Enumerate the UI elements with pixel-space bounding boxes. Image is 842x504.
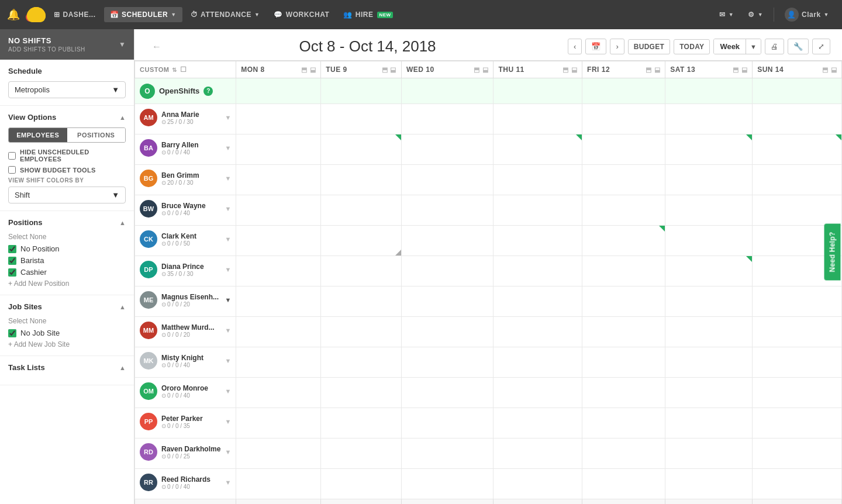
nav-hire[interactable]: 👥 HIRE NEW (337, 7, 398, 22)
misty-knight-sun[interactable] (753, 347, 842, 378)
open-shifts-wed[interactable] (401, 78, 493, 104)
anna-marie-mon[interactable] (236, 104, 321, 134)
peter-parker-tue[interactable] (321, 408, 402, 439)
open-shifts-thu[interactable] (494, 78, 582, 104)
clark-kent-wed[interactable] (401, 226, 493, 256)
misty-knight-expand-icon[interactable]: ▼ (225, 357, 231, 364)
nav-messages[interactable]: ✉ ▼ (713, 7, 740, 22)
clark-kent-thu[interactable] (494, 226, 582, 256)
ororo-monroe-mon[interactable] (236, 378, 321, 408)
magnus-wed[interactable] (401, 286, 493, 317)
add-job-site-link[interactable]: + Add New Job Site (8, 340, 126, 348)
open-shifts-sat[interactable] (665, 78, 753, 104)
peter-parker-fri[interactable] (582, 408, 665, 439)
add-position-link[interactable]: + Add New Position (8, 279, 126, 288)
tools-btn[interactable]: 🔧 (788, 39, 809, 54)
publish-banner[interactable]: NO SHIFTS ADD SHIFTS TO PUBLISH ▼ (0, 29, 134, 60)
nav-attendance[interactable]: ⏱ ATTENDANCE ▼ (185, 7, 266, 22)
bruce-wayne-tue[interactable] (321, 195, 402, 226)
anna-marie-fri[interactable] (582, 104, 665, 134)
diana-prince-fri[interactable] (582, 256, 665, 286)
reed-richards-mon[interactable] (236, 469, 321, 499)
sort-icon[interactable]: ⇅ (172, 67, 177, 73)
raven-darkholme-sat[interactable] (665, 439, 753, 469)
clark-kent-tue[interactable] (321, 226, 402, 256)
matthew-tue[interactable] (321, 317, 402, 347)
show-budget-checkbox[interactable] (8, 166, 16, 174)
sun-paste-icon[interactable]: ⬓ (831, 66, 837, 74)
anna-marie-thu[interactable] (494, 104, 582, 134)
matthew-sun[interactable] (753, 317, 842, 347)
ben-grimm-sat[interactable] (665, 165, 753, 195)
magnus-thu[interactable] (494, 286, 582, 317)
position-cashier-checkbox[interactable] (8, 268, 16, 277)
print-btn[interactable]: 🖨 (765, 39, 784, 54)
week-dropdown-icon[interactable]: ▼ (746, 39, 761, 54)
ben-grimm-mon[interactable] (236, 165, 321, 195)
show-budget-checkbox-row[interactable]: SHOW BUDGET TOOLS (8, 166, 126, 174)
barry-allen-tue[interactable] (321, 134, 402, 165)
open-shifts-tue[interactable] (321, 78, 402, 104)
ben-grimm-tue[interactable] (321, 165, 402, 195)
matthew-fri[interactable] (582, 317, 665, 347)
position-no-position-checkbox[interactable] (8, 245, 16, 253)
diana-prince-expand-icon[interactable]: ▼ (225, 266, 231, 273)
matthew-sat[interactable] (665, 317, 753, 347)
notification-area[interactable]: 🔔 9+ (7, 8, 20, 21)
anna-marie-expand-icon[interactable]: ▼ (225, 114, 231, 121)
bruce-wayne-sun[interactable] (753, 195, 842, 226)
reed-richards-tue[interactable] (321, 469, 402, 499)
ben-grimm-expand-icon[interactable]: ▼ (225, 175, 231, 182)
mon-copy-icon[interactable]: ⬒ (301, 66, 308, 74)
misty-knight-thu[interactable] (494, 347, 582, 378)
shift-color-dropdown[interactable]: Shift ▼ (8, 187, 126, 203)
ben-grimm-wed[interactable] (401, 165, 493, 195)
task-lists-header[interactable]: Task Lists ▲ (8, 363, 126, 372)
open-shifts-fri[interactable] (582, 78, 665, 104)
select-all-checkbox-icon[interactable]: ☐ (180, 65, 187, 74)
peter-parker-thu[interactable] (494, 408, 582, 439)
job-sites-header[interactable]: Job Sites ▲ (8, 302, 126, 311)
clark-kent-sat[interactable] (665, 226, 753, 256)
nav-scheduler[interactable]: 📅 SCHEDULER ▼ (104, 7, 182, 22)
clark-kent-expand-icon[interactable]: ▼ (225, 236, 231, 243)
peter-parker-sun[interactable] (753, 408, 842, 439)
toggle-positions-btn[interactable]: POSITIONS (67, 128, 126, 142)
schedule-dropdown[interactable]: Metropolis ▼ (8, 81, 126, 98)
job-site-no-job-site-checkbox[interactable] (8, 329, 16, 337)
positions-header[interactable]: Positions ▲ (8, 218, 126, 227)
budget-btn[interactable]: BUDGET (628, 39, 670, 54)
today-btn[interactable]: TODAY (674, 39, 710, 54)
tue-paste-icon[interactable]: ⬓ (390, 66, 396, 74)
misty-knight-wed[interactable] (401, 347, 493, 378)
nav-profile[interactable]: 👤 Clark ▼ (779, 4, 835, 25)
peter-parker-wed[interactable] (401, 408, 493, 439)
diana-prince-tue[interactable] (321, 256, 402, 286)
open-shifts-mon[interactable] (236, 78, 321, 104)
bruce-wayne-fri[interactable] (582, 195, 665, 226)
misty-knight-sat[interactable] (665, 347, 753, 378)
anna-marie-tue[interactable] (321, 104, 402, 134)
ororo-monroe-sun[interactable] (753, 378, 842, 408)
fullscreen-btn[interactable]: ⤢ (812, 39, 830, 54)
bruce-wayne-sat[interactable] (665, 195, 753, 226)
barry-allen-wed[interactable] (401, 134, 493, 165)
magnus-sun[interactable] (753, 286, 842, 317)
select-none-positions-link[interactable]: Select None (8, 233, 126, 241)
misty-knight-fri[interactable] (582, 347, 665, 378)
thu-copy-icon[interactable]: ⬒ (563, 66, 569, 74)
diana-prince-thu[interactable] (494, 256, 582, 286)
clark-kent-mon[interactable] (236, 226, 321, 256)
ben-grimm-sun[interactable] (753, 165, 842, 195)
toggle-employees-btn[interactable]: EMPLOYEES (9, 128, 67, 142)
diana-prince-wed[interactable] (401, 256, 493, 286)
magnus-tue[interactable] (321, 286, 402, 317)
bruce-wayne-wed[interactable] (401, 195, 493, 226)
anna-marie-wed[interactable] (401, 104, 493, 134)
barry-allen-thu[interactable] (494, 134, 582, 165)
misty-knight-mon[interactable] (236, 347, 321, 378)
matthew-expand-icon[interactable]: ▼ (225, 327, 231, 334)
magnus-mon[interactable] (236, 286, 321, 317)
week-label[interactable]: Week (714, 39, 746, 54)
position-barista[interactable]: Barista (8, 256, 126, 265)
